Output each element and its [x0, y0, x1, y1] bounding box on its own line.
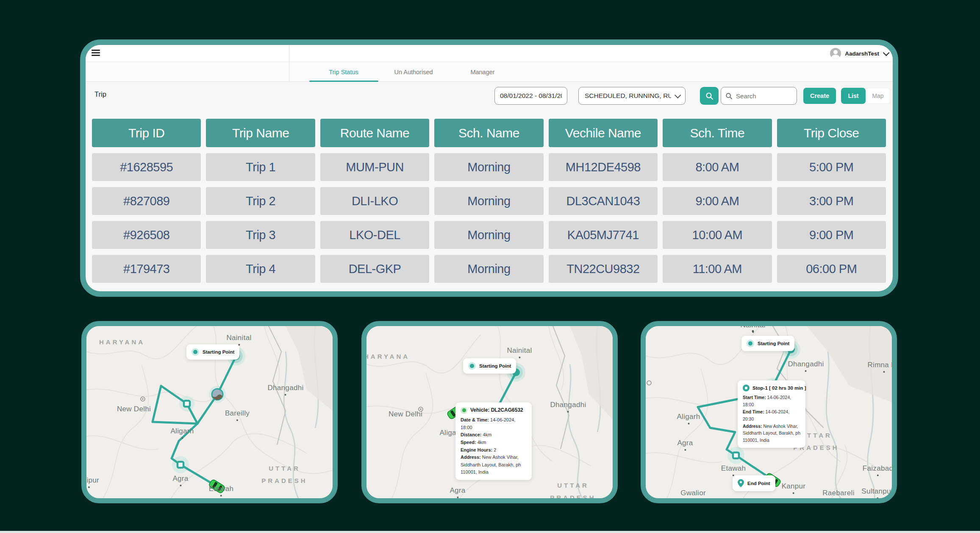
map-label-city: Gwalior	[680, 489, 706, 498]
search-icon	[705, 92, 713, 100]
city-ring-marker	[647, 381, 651, 385]
column-header: Trip Close	[777, 119, 886, 147]
tab-manager[interactable]: Manager	[470, 62, 494, 82]
map-label-city: Aligarh	[170, 427, 194, 439]
start-dot-icon	[192, 348, 199, 356]
tab-bar: Trip Status Un Authorised Manager	[86, 62, 893, 82]
map-label-city: Agra	[677, 439, 693, 451]
column-header: Trip Name	[206, 119, 315, 147]
page-title: Trip	[94, 90, 106, 98]
map-label-city: Agra	[450, 486, 465, 498]
list-view-button[interactable]: List	[841, 88, 866, 104]
map-label-city: Dhangadhi	[788, 360, 824, 372]
user-menu[interactable]: AadarshTest	[830, 47, 888, 60]
table-row[interactable]: #827089 Trip 2 DLI-LKO Morning DL3CAN104…	[92, 187, 886, 215]
search-button[interactable]	[700, 87, 719, 105]
map-label-city: New Delhi	[389, 410, 422, 419]
trips-table: Trip ID Trip Name Route Name Sch. Name V…	[92, 119, 886, 283]
vehicle-info-popup: Vehicle: DL2CAG6532 Date & Time: 14-06-2…	[455, 402, 532, 480]
column-header: Sch. Time	[663, 119, 772, 147]
map-label-city: Agra	[172, 474, 188, 486]
map-label-city: Nainital	[740, 326, 765, 333]
map-label-state: HARYANA	[366, 351, 410, 363]
trip-route	[153, 356, 236, 486]
stop-info-popup: Stop-1 [ 02 hrs 30 min ] Start Time: 14-…	[738, 380, 805, 448]
map-label-state: HARYANA	[99, 336, 145, 349]
date-range-input[interactable]	[494, 87, 567, 105]
map-card-1[interactable]: HARYANA Nainital Dhangadhi New Delhi Bar…	[81, 321, 338, 503]
state-border	[553, 326, 569, 449]
starting-point-tooltip: Starting Point	[463, 358, 516, 374]
search-icon	[725, 92, 733, 100]
photo-marker[interactable]	[212, 389, 223, 400]
topbar-divider	[289, 45, 289, 82]
search-input[interactable]	[736, 92, 787, 100]
column-header: Route Name	[320, 119, 429, 147]
column-header: Trip ID	[92, 119, 201, 147]
bottom-edge-strip	[0, 531, 980, 533]
chevron-down-icon	[675, 92, 681, 98]
map-label-city: Nainital	[226, 334, 251, 346]
map-label-city: Raebareli	[822, 489, 854, 498]
starting-point-tooltip: Starting Point	[186, 344, 239, 360]
map-label-city: Nainital	[507, 346, 532, 358]
map-label-city: Sultanpur	[861, 487, 892, 498]
table-row[interactable]: #926508 Trip 3 LKO-DEL Morning KA05MJ774…	[92, 221, 886, 249]
table-row[interactable]: #1628595 Trip 1 MUM-PUN Morning MH12DE45…	[92, 153, 886, 181]
mountain-area	[286, 326, 333, 411]
stop-icon	[743, 385, 750, 391]
column-header: Sch. Name	[434, 119, 543, 147]
map-label-city: Faizabad	[863, 464, 892, 476]
map-label-city: New Delhi	[117, 405, 151, 413]
avatar	[830, 48, 841, 59]
map-pin-icon	[738, 479, 744, 487]
table-header-row: Trip ID Trip Name Route Name Sch. Name V…	[92, 119, 886, 147]
map-card-2[interactable]: HARYANA Nainital Dhangadhi New Delhi Ali…	[361, 321, 618, 503]
trip-dashboard-window: AadarshTest Trip Status Un Authorised Ma…	[80, 39, 898, 297]
map-label-city: Bareilly	[225, 409, 250, 421]
screen: AadarshTest Trip Status Un Authorised Ma…	[0, 0, 980, 533]
chevron-down-icon	[883, 49, 890, 56]
map-label-city: Rimna Ba	[867, 361, 892, 373]
starting-point-tooltip: Starting Point	[741, 336, 794, 351]
map-label-city: Kanpur	[782, 482, 806, 494]
column-header: Vechile Name	[549, 119, 658, 147]
start-dot-icon	[468, 362, 476, 370]
map-label-city: Dhangadhi	[550, 401, 586, 413]
map-label-city: Etawah	[721, 464, 746, 476]
map-label-city: Aligarh	[677, 413, 700, 424]
username: AadarshTest	[845, 50, 879, 57]
search-box	[721, 87, 797, 105]
end-point-tooltip: End Point	[733, 475, 775, 491]
map-label-state: UTTAR PRADESH	[256, 463, 313, 487]
map-label-state: UTTAR PRADESH	[544, 480, 602, 498]
start-dot-icon	[747, 340, 754, 347]
tab-un-authorised[interactable]: Un Authorised	[394, 62, 433, 82]
map-view-button[interactable]: Map	[866, 88, 890, 104]
top-bar: AadarshTest	[86, 45, 893, 62]
waypoint-marker[interactable]	[733, 452, 739, 458]
map-label-city: Etawah	[209, 485, 234, 497]
hamburger-menu-icon[interactable]	[92, 50, 100, 57]
create-button[interactable]: Create	[803, 88, 836, 104]
map-label-city: Jaipur	[86, 476, 99, 488]
tab-trip-status[interactable]: Trip Status	[329, 62, 358, 82]
map-label-city: Dhangadhi	[268, 384, 304, 396]
status-filter-select[interactable]: SCHEDULED, RUNNING, RU...	[578, 87, 686, 105]
view-toggle: List Map	[841, 88, 890, 104]
active-tab-underline	[309, 81, 378, 82]
table-row[interactable]: #179473 Trip 4 DEL-GKP Morning TN22CU983…	[92, 255, 886, 283]
vehicle-dot-icon	[461, 407, 467, 414]
map-card-3[interactable]: Nainital Dhangadhi Rimna Ba Bareilly Ali…	[641, 321, 897, 503]
